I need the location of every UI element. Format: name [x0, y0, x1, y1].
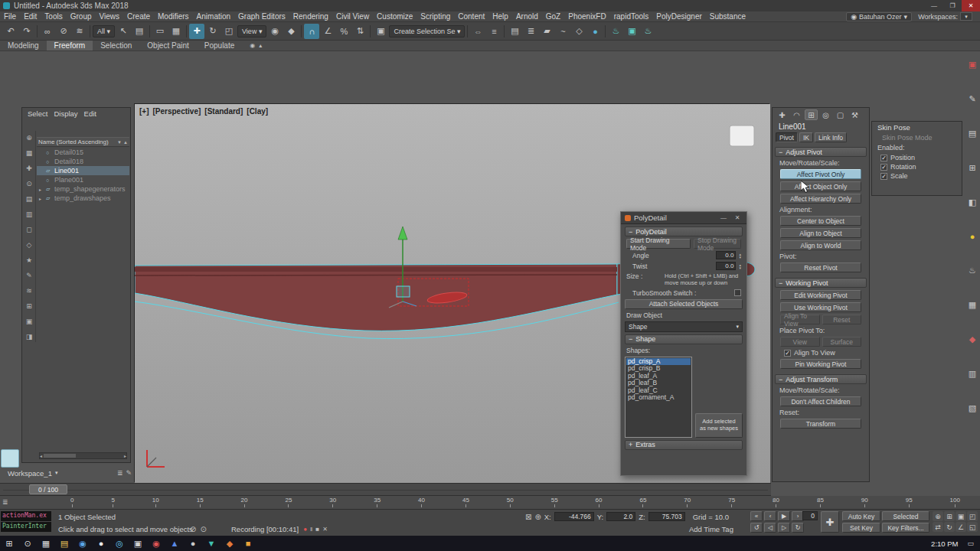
search-icon[interactable]: ⊙ [18, 536, 37, 551]
viewport-label-segment[interactable]: [Perspective] [153, 107, 201, 116]
hierarchy-mode-button[interactable]: IK [799, 132, 813, 142]
edit-named-sets-icon[interactable]: ▣ [373, 24, 388, 39]
strip-script-icon-8[interactable]: ▦ [969, 300, 976, 310]
menu-item[interactable]: Civil View [332, 12, 373, 21]
app-icon-6[interactable]: ◉ [147, 536, 165, 551]
expand-arrow-icon[interactable]: ▸ [39, 196, 44, 201]
ribbon-minimize-icon[interactable]: ▴ [259, 42, 262, 49]
reference-coordinate-dropdown[interactable]: View ▾ [237, 25, 266, 37]
workspace-edit-icon[interactable]: ✎ [126, 469, 132, 477]
menu-item[interactable]: Scripting [416, 12, 454, 21]
turbosmooth-checkbox[interactable] [734, 289, 741, 296]
reset-pivot-button[interactable]: Reset Pivot [780, 262, 861, 272]
menu-item[interactable]: GoZ [542, 12, 564, 21]
previous-frame-button[interactable]: ‹ [764, 511, 776, 521]
x-coordinate-field[interactable]: -44.766 [554, 512, 594, 521]
mini-curve-editor-icon[interactable]: ≣ [2, 498, 8, 506]
skin-pose-checkbox[interactable]: ✓ [880, 164, 887, 171]
app-icon-2[interactable]: ◉ [74, 536, 92, 551]
menu-item[interactable]: Customize [373, 12, 416, 21]
scene-object-row[interactable]: ▸ ▱ temp_drawshapes [37, 194, 129, 203]
pan-icon[interactable]: ⇄ [933, 522, 943, 532]
select-and-scale-icon[interactable]: ◰ [221, 24, 237, 39]
app-icon-7[interactable]: ▲ [165, 536, 184, 551]
orbit-icon[interactable]: ↻ [944, 522, 955, 532]
modify-tab-icon[interactable]: ◠ [790, 109, 803, 120]
explorer-menu-item[interactable]: Edit [82, 109, 99, 118]
snaps-toggle-icon[interactable]: ∩ [304, 24, 319, 39]
z-coordinate-field[interactable]: 75.703 [648, 512, 685, 521]
time-slider-handle[interactable]: 0 / 100 [29, 484, 67, 494]
spinner-arrows-icon[interactable]: ▴▾ [739, 253, 741, 259]
skin-pose-mode-button[interactable]: Skin Pose Mode [877, 134, 956, 142]
key-mode-toggle-button[interactable]: ↺ [750, 523, 763, 533]
stop-recording-icon[interactable]: ■ [315, 526, 319, 533]
select-and-rotate-icon[interactable]: ↻ [205, 24, 220, 39]
menu-item[interactable]: Help [488, 12, 512, 21]
affect-mode-button[interactable]: Affect Object Only [780, 181, 861, 191]
strip-script-icon-5[interactable]: ◧ [969, 197, 976, 207]
scene-object-list[interactable]: ○ Detail015 ○ Detail018 ▱ Line001 ○ Plan… [37, 148, 129, 203]
maxscript-mini-listener[interactable]: actionMan.ex PainterInter [1, 511, 51, 533]
dialog-minimize-icon[interactable]: — [718, 214, 729, 221]
material-editor-icon[interactable]: ● [587, 24, 603, 39]
menu-item[interactable]: Create [123, 12, 154, 21]
maximize-button[interactable]: ❐ [943, 0, 962, 11]
explorer-materials-icon[interactable]: ▣ [26, 318, 33, 327]
previous-key-button[interactable]: ◁ [764, 523, 776, 533]
place-pivot-button[interactable]: Surface [822, 337, 862, 347]
zoom-extents-icon[interactable]: ▣ [956, 511, 966, 521]
filter-icon[interactable]: ▼ [117, 140, 122, 145]
polydetail-rollout-header[interactable]: − PolyDetail [625, 227, 743, 236]
working-pivot-button[interactable]: Use Working Pivot [780, 302, 861, 312]
zoom-region-icon[interactable]: ◰ [967, 511, 978, 521]
strip-script-icon-2[interactable]: ✎ [969, 94, 975, 104]
play-button[interactable]: ▶ [778, 511, 790, 521]
select-and-link-icon[interactable]: ∞ [40, 24, 55, 39]
time-slider[interactable]: 0 / 100 [0, 483, 771, 496]
set-keys-button[interactable]: ✚ [821, 511, 839, 533]
unlink-selection-icon[interactable]: ⊘ [56, 24, 71, 39]
strip-script-icon-11[interactable]: ▧ [969, 403, 976, 413]
alignment-button[interactable]: Align to World [780, 240, 861, 250]
workspace-menu-icon[interactable]: ≣ [117, 469, 123, 477]
alignment-button[interactable]: Center to Object [780, 216, 861, 226]
align-to-view-button[interactable]: Align To View [780, 315, 820, 324]
app-icon-10[interactable]: ◆ [220, 536, 239, 551]
menu-item[interactable]: Modifiers [154, 12, 193, 21]
menu-item[interactable]: PhoenixFD [564, 12, 609, 21]
render-setup-icon[interactable]: ♨ [608, 24, 623, 39]
ribbon-tab[interactable]: Freeform [47, 41, 93, 51]
app-icon-8[interactable]: ● [184, 536, 202, 551]
scene-explorer-toggle-icon[interactable]: ▤ [507, 24, 522, 39]
skin-pose-checkbox[interactable]: ✓ [880, 155, 887, 161]
window-crossing-icon[interactable]: ▦ [168, 24, 184, 39]
hierarchy-mode-button[interactable]: Link Info [815, 132, 847, 142]
start-drawing-mode-button[interactable]: Start Drawing Mode [626, 239, 691, 249]
next-key-button[interactable]: ▷ [778, 523, 790, 533]
menu-item[interactable]: Rendering [289, 12, 332, 21]
scroll-left-icon[interactable]: ◂ [40, 453, 42, 458]
twist-spinner[interactable]: 0.0 [716, 262, 736, 270]
explorer-menu-item[interactable]: Display [51, 109, 80, 118]
gizmo-plane-handle[interactable] [397, 286, 410, 297]
go-to-end-button[interactable]: ↻ [792, 523, 804, 533]
workspace-selector[interactable]: Workspace_1 ▾ ≣ ✎ [8, 467, 132, 479]
rollout-header[interactable]: − Working Pivot [775, 278, 867, 288]
field-of-view-icon[interactable]: ∠ [956, 522, 966, 532]
ribbon-tab[interactable]: Selection [93, 41, 139, 51]
curve-editor-icon[interactable]: ~ [555, 24, 570, 39]
select-object-icon[interactable]: ↖ [116, 24, 131, 39]
dont-affect-children-button[interactable]: Don't Affect Children [780, 396, 861, 406]
explorer-filter-shapes-icon[interactable]: ▤ [26, 195, 33, 204]
angle-spinner[interactable]: 0.0 [716, 251, 736, 259]
dialog-close-icon[interactable]: ✕ [732, 214, 743, 221]
start-button[interactable]: ⊞ [0, 536, 18, 551]
select-and-move-icon[interactable]: ✚ [189, 24, 204, 39]
workspaces-dropdown[interactable]: ▾ [960, 12, 972, 21]
viewport-label-segment[interactable]: [Clay] [247, 107, 268, 116]
reset-transform-button[interactable]: Transform [780, 419, 861, 429]
undo-icon[interactable]: ↶ [3, 24, 18, 39]
align-to-view-button[interactable]: Reset [822, 315, 862, 324]
strip-script-icon-10[interactable]: ▥ [969, 369, 976, 379]
